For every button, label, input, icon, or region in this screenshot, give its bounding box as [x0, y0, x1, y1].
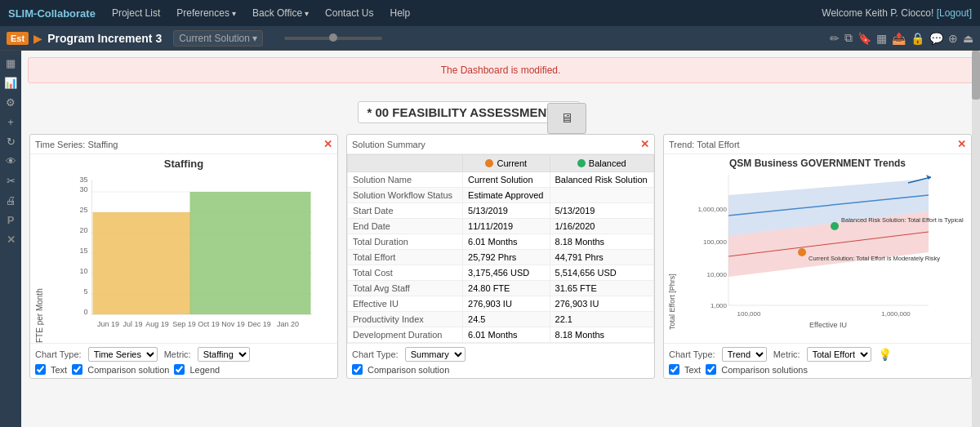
- svg-rect-18: [190, 192, 311, 314]
- svg-text:Nov 19: Nov 19: [221, 320, 245, 328]
- sidebar-icon-p[interactable]: P: [2, 211, 20, 229]
- sidebar-icon-print[interactable]: 🖨: [2, 191, 20, 209]
- row-balanced: 8.18 Months: [550, 234, 653, 250]
- row-current: 11/11/2019: [463, 219, 550, 234]
- svg-marker-33: [926, 175, 931, 180]
- svg-text:1,000,000: 1,000,000: [881, 310, 911, 318]
- row-label: Solution Workflow Status: [348, 188, 463, 203]
- svg-text:Sep 19: Sep 19: [172, 320, 196, 328]
- sidebar-icon-dashboard[interactable]: ▦: [2, 54, 20, 72]
- table-row: Total Avg Staff 24.80 FTE 31.65 FTE: [348, 281, 654, 296]
- svg-point-42: [831, 222, 839, 230]
- solution-dropdown[interactable]: Current Solution: [173, 30, 263, 47]
- trend-title-label: QSM Business GOVERNMENT Trends: [664, 154, 971, 171]
- sidebar-icon-refresh[interactable]: ↻: [2, 132, 20, 150]
- edit-icon[interactable]: ✏: [830, 32, 840, 45]
- circle-icon[interactable]: ⊕: [948, 32, 958, 45]
- dashboard-title[interactable]: * 00 FEASIBILITY ASSESSMENT ▾: [358, 101, 579, 123]
- sidebar-icon-eye[interactable]: 👁: [2, 152, 20, 170]
- trend-text-checkbox[interactable]: [669, 364, 679, 375]
- trend-footer-controls: Chart Type: Trend Metric: Total Effort 💡: [669, 347, 966, 362]
- staffing-chart-close[interactable]: ✕: [323, 138, 332, 150]
- svg-text:Jun 19: Jun 19: [97, 320, 119, 328]
- logout-toolbar-icon[interactable]: ⏏: [963, 32, 973, 45]
- svg-text:20: 20: [79, 226, 87, 234]
- row-label: Total Cost: [348, 265, 463, 281]
- svg-text:15: 15: [79, 247, 87, 255]
- logout-link[interactable]: [Logout]: [937, 7, 972, 19]
- bookmark-icon[interactable]: 🔖: [858, 32, 871, 45]
- chart-type-select[interactable]: Time Series: [88, 347, 158, 362]
- row-label: Development Duration: [348, 327, 463, 343]
- trend-comparison-checkbox[interactable]: [706, 364, 716, 375]
- solution-footer: Chart Type: Summary Comparison solution: [347, 343, 654, 378]
- main-content: The Dashboard is modified. * 00 FEASIBIL…: [21, 51, 980, 427]
- sidebar-icon-x[interactable]: ✕: [2, 230, 20, 248]
- table-row: Productivity Index 24.5 22.1: [348, 312, 654, 327]
- row-current: 24.5: [463, 312, 550, 327]
- svg-text:5: 5: [83, 287, 87, 296]
- nav-contact-us[interactable]: Contact Us: [318, 0, 380, 26]
- svg-text:35: 35: [79, 176, 87, 184]
- solution-summary-close[interactable]: ✕: [640, 138, 649, 150]
- table-row: Development Duration 6.01 Months 8.18 Mo…: [348, 327, 654, 343]
- nav-preferences[interactable]: Preferences: [170, 0, 243, 26]
- export-icon[interactable]: 📤: [892, 32, 906, 45]
- comparison-check-label: Comparison solution: [87, 365, 169, 375]
- solution-table: Current Balanced Solut: [347, 154, 654, 343]
- table-icon[interactable]: ▦: [876, 32, 887, 45]
- solution-comparison-checkbox[interactable]: [352, 364, 363, 375]
- breadcrumb-arrow-icon: ▶: [33, 32, 42, 45]
- row-label: Total Effort: [348, 250, 463, 265]
- toolbar-right: ✏ ⧉ 🔖 ▦ 📤 🔒 💬 ⊕ ⏏: [830, 31, 973, 45]
- sidebar-icon-add[interactable]: +: [2, 113, 20, 131]
- scrollbar-thumb[interactable]: [972, 51, 980, 100]
- solution-table-scroll[interactable]: Current Balanced Solut: [347, 154, 654, 343]
- svg-text:10: 10: [79, 267, 87, 275]
- sidebar-icon-settings[interactable]: ⚙: [2, 93, 20, 111]
- comparison-checkbox[interactable]: [72, 364, 82, 375]
- trend-metric-select[interactable]: Total Effort: [807, 347, 871, 362]
- comment-icon[interactable]: 💬: [929, 32, 943, 45]
- text-check-label: Text: [51, 365, 67, 375]
- solution-footer-controls: Chart Type: Summary: [352, 347, 649, 362]
- row-current: 24.80 FTE: [463, 281, 550, 296]
- svg-text:100,000: 100,000: [737, 310, 761, 318]
- trend-chart-title-label: Trend: Total Effort: [669, 140, 740, 149]
- sidebar-icon-chart[interactable]: 📊: [2, 73, 20, 91]
- nav-project-list[interactable]: Project List: [105, 0, 167, 26]
- trend-y-axis-label: Total Effort [Phrs]: [667, 171, 677, 330]
- nav-help[interactable]: Help: [383, 0, 416, 26]
- text-checkbox[interactable]: [35, 364, 46, 375]
- solution-summary-header: Solution Summary ✕: [347, 135, 654, 154]
- svg-text:10,000: 10,000: [707, 271, 728, 278]
- lock-icon[interactable]: 🔒: [911, 32, 924, 45]
- legend-checkbox[interactable]: [174, 364, 185, 375]
- table-row: Total Duration 6.01 Months 8.18 Months: [348, 234, 654, 250]
- trend-chart-close[interactable]: ✕: [957, 138, 966, 150]
- metric-select[interactable]: Staffing: [198, 347, 250, 362]
- nav-back-office[interactable]: Back Office: [246, 0, 315, 26]
- svg-text:30: 30: [79, 185, 87, 193]
- row-balanced: [550, 188, 653, 203]
- table-row: Start Date 5/13/2019 5/13/2019: [348, 203, 654, 219]
- slider-control[interactable]: [284, 37, 382, 40]
- scrollbar[interactable]: [972, 51, 980, 427]
- left-sidebar: ▦ 📊 ⚙ + ↻ 👁 ✂ 🖨 P ✕: [0, 51, 21, 427]
- row-label: Total Duration: [348, 234, 463, 250]
- trend-chart-type-label: Chart Type:: [669, 349, 715, 359]
- copy-icon[interactable]: ⧉: [844, 31, 853, 45]
- trend-chart-header: Trend: Total Effort ✕: [664, 135, 971, 154]
- staffing-y-axis-label: FTE per Month: [33, 171, 46, 343]
- sidebar-icon-scissors[interactable]: ✂: [2, 171, 20, 189]
- solution-chart-type-select[interactable]: Summary: [405, 347, 466, 362]
- breadcrumb-title: Program Increment 3: [47, 32, 162, 45]
- row-balanced: Balanced Risk Solution: [550, 172, 653, 188]
- trend-comparison-label: Comparison solutions: [721, 365, 808, 375]
- brand-logo[interactable]: SLIM-Collaborate: [8, 7, 96, 20]
- trend-chart-type-select[interactable]: Trend: [722, 347, 767, 362]
- row-current: 5/13/2019: [463, 203, 550, 219]
- staffing-checkbox-row: Text Comparison solution Legend: [35, 364, 332, 375]
- table-row: Total Effort 25,792 Phrs 44,791 Phrs: [348, 250, 654, 265]
- row-label: Start Date: [348, 203, 463, 219]
